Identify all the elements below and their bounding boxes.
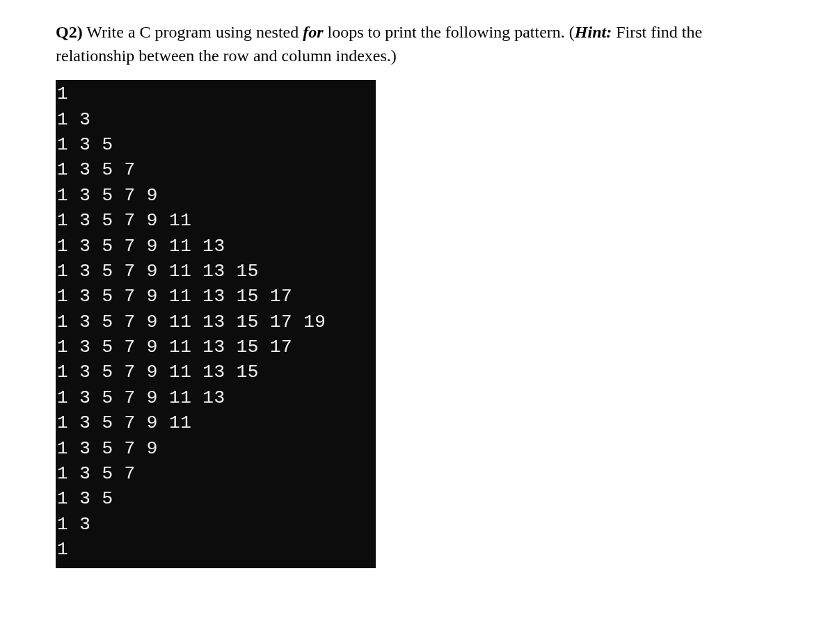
pattern-line: 1 3 5 7 9 11 (57, 210, 191, 231)
pattern-line: 1 3 (57, 109, 90, 130)
pattern-line: 1 3 5 (57, 488, 113, 509)
pattern-line: 1 (57, 83, 68, 104)
question-label: Q2) (56, 23, 83, 41)
question-text-1: Write a C program using nested (83, 23, 303, 41)
for-keyword: for (303, 23, 323, 41)
pattern-line: 1 3 5 7 9 11 13 15 17 (57, 337, 292, 357)
pattern-line: 1 3 5 7 9 11 13 15 17 19 (57, 312, 326, 332)
question-prompt: Q2) Write a C program using nested for l… (56, 21, 779, 67)
question-text-2: loops to print the following pattern. ( (324, 23, 575, 41)
pattern-line: 1 3 5 7 9 (57, 438, 158, 459)
output-pattern-block: 1 1 3 1 3 5 1 3 5 7 1 3 5 7 9 1 3 5 7 9 … (56, 80, 376, 567)
pattern-line: 1 3 5 7 9 11 13 15 (57, 261, 259, 282)
pattern-line: 1 3 5 7 9 11 13 15 17 (57, 286, 292, 307)
pattern-line: 1 (57, 539, 68, 560)
pattern-line: 1 3 5 (57, 134, 113, 155)
pattern-line: 1 3 (57, 514, 90, 535)
pattern-line: 1 3 5 7 (57, 463, 136, 484)
pattern-line: 1 3 5 7 9 (57, 185, 158, 206)
pattern-line: 1 3 5 7 9 11 13 (57, 387, 225, 408)
pattern-line: 1 3 5 7 9 11 (57, 412, 191, 433)
pattern-line: 1 3 5 7 9 11 13 15 (57, 362, 259, 383)
pattern-line: 1 3 5 7 9 11 13 (57, 236, 225, 257)
hint-label: Hint: (575, 23, 612, 41)
pattern-line: 1 3 5 7 (57, 159, 136, 180)
